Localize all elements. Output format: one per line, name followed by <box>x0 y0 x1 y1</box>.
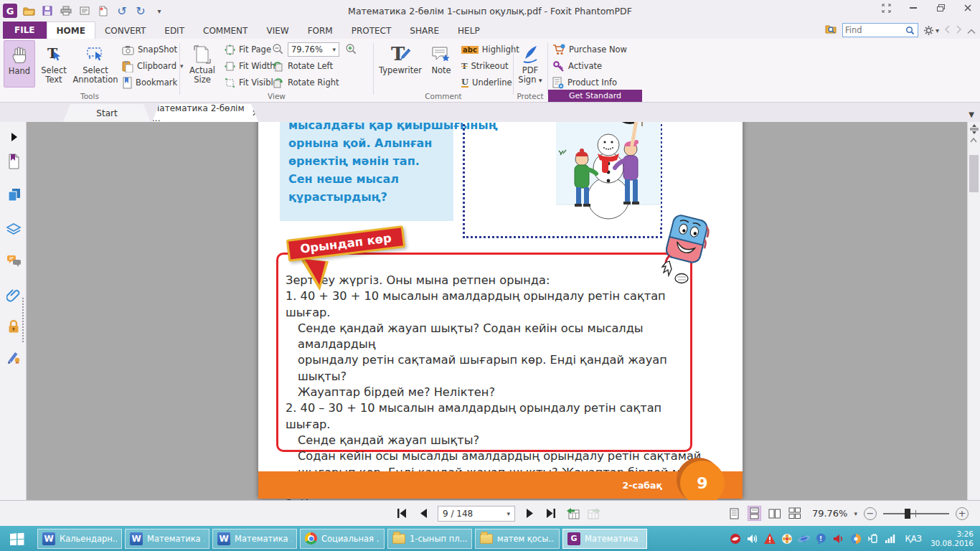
strikeout-button[interactable]: T Strikeout <box>461 59 508 73</box>
page-combo-caret-icon[interactable]: ▾ <box>507 510 510 517</box>
next-page-icon[interactable] <box>522 507 537 521</box>
find-input[interactable] <box>845 25 905 35</box>
tab-help[interactable]: HELP <box>448 22 489 39</box>
note-button[interactable]: Note <box>425 40 457 88</box>
zoom-out-button[interactable]: − <box>864 507 877 520</box>
document-view[interactable]: мысалдағы қар қиыршығының орнына қой. Ал… <box>27 122 967 500</box>
security-panel-icon[interactable] <box>6 319 22 334</box>
previous-page-icon[interactable] <box>416 507 430 521</box>
document-icon[interactable] <box>77 4 92 18</box>
activate-button[interactable]: Activate <box>552 59 602 73</box>
taskbar-button-word-1[interactable]: W Кальендарн... <box>37 529 122 549</box>
comments-panel-icon[interactable] <box>6 253 22 269</box>
facing-layout-icon[interactable] <box>768 506 781 521</box>
find-options-gear-icon[interactable]: ▾ <box>923 25 939 36</box>
language-indicator[interactable]: ҚАЗ <box>905 534 921 544</box>
snapshot-button[interactable]: SnapShot <box>122 42 177 57</box>
underline-button[interactable]: U Underline <box>461 75 512 90</box>
purchase-now-button[interactable]: Purchase Now <box>552 42 627 57</box>
sphere-icon[interactable] <box>849 532 862 545</box>
taskbar-button-folder-1[interactable]: 1-сынып пл... <box>387 529 472 549</box>
find-next-icon[interactable] <box>956 25 962 36</box>
continuous-facing-layout-icon[interactable] <box>788 506 801 521</box>
product-info-button[interactable]: Product Info <box>552 75 617 90</box>
taskbar-button-word-2[interactable]: W Математика ... <box>125 529 209 549</box>
restore-icon[interactable] <box>933 1 948 14</box>
typewriter-button[interactable]: T Typewriter <box>378 40 423 88</box>
doc-tab-start[interactable]: Start <box>63 104 151 122</box>
redo-icon[interactable]: ↻ <box>133 4 148 18</box>
tab-list-caret-icon[interactable]: ▼ <box>969 110 974 118</box>
tab-comment[interactable]: COMMENT <box>194 22 257 39</box>
horn-speaker-icon[interactable] <box>832 532 844 545</box>
tab-edit[interactable]: EDIT <box>155 22 194 39</box>
zoom-combo-caret-icon[interactable]: ▾ <box>332 46 336 53</box>
rotate-right-button[interactable]: Rotate Right <box>272 75 339 90</box>
next-view-icon[interactable] <box>587 507 601 521</box>
taskbar-button-word-3[interactable]: W Математика ... <box>212 529 297 549</box>
fit-visible-button[interactable]: Fit Visible <box>225 75 278 90</box>
page-number-combo[interactable]: 9 / 148 ▾ <box>438 506 515 522</box>
vertical-scrollbar[interactable] <box>967 122 980 500</box>
hand-tool-button[interactable]: Hand <box>4 40 35 88</box>
tab-home[interactable]: HOME <box>47 22 95 39</box>
power-plug-icon[interactable] <box>867 532 879 545</box>
customize-toolbar-caret-icon[interactable]: ▾ <box>152 4 166 18</box>
split-view-handle-icon[interactable] <box>969 124 979 134</box>
find-in-files-icon[interactable] <box>825 24 837 37</box>
tab-form[interactable]: FORM <box>298 22 342 39</box>
signatures-panel-icon[interactable] <box>6 349 22 364</box>
zoom-slider[interactable] <box>883 507 949 521</box>
network-signal-icon[interactable] <box>884 532 896 545</box>
last-page-icon[interactable] <box>544 507 558 521</box>
clipboard-button[interactable]: Clipboard ▾ <box>122 59 183 73</box>
select-annotation-button[interactable]: Select Annotation <box>72 40 119 88</box>
expand-panel-arrow-icon[interactable] <box>6 129 22 145</box>
taskbar-button-chrome[interactable]: Социальная ... <box>300 529 385 549</box>
zoom-out-icon[interactable] <box>272 43 284 58</box>
pdf-sign-button[interactable]: PDF Sign ▾ <box>514 40 546 90</box>
highlight-button[interactable]: abc Highlight <box>461 42 519 57</box>
undo-icon[interactable]: ↺ <box>115 4 129 18</box>
start-button[interactable] <box>0 526 34 551</box>
layers-panel-icon[interactable] <box>6 220 22 236</box>
flower-icon[interactable] <box>781 532 793 545</box>
tab-share[interactable]: SHARE <box>400 22 448 39</box>
zoom-slider-thumb[interactable] <box>905 509 910 519</box>
doc-tab-matematika[interactable]: Математика 2-бөлім ... <box>152 104 258 122</box>
search-icon[interactable] <box>905 26 915 35</box>
tab-protect[interactable]: PROTECT <box>342 22 401 39</box>
open-icon[interactable] <box>22 4 36 18</box>
fit-width-button[interactable]: Fit Width <box>225 59 275 73</box>
select-text-button[interactable]: T Select Text <box>37 40 70 88</box>
rotate-left-button[interactable]: Rotate Left <box>272 59 333 73</box>
close-tab-icon[interactable] <box>253 110 258 116</box>
tab-file[interactable]: FILE <box>3 22 47 39</box>
single-page-layout-icon[interactable] <box>727 506 741 521</box>
sidebar-drag-handle[interactable] <box>22 298 24 342</box>
previous-view-icon[interactable] <box>565 507 580 521</box>
print-icon[interactable] <box>59 4 73 18</box>
statusbar-zoom-value[interactable]: 79.76% <box>812 508 848 519</box>
statusbar-zoom-caret-icon[interactable]: ▾ <box>854 510 857 517</box>
app-logo-icon[interactable]: G <box>3 4 17 18</box>
fit-page-button[interactable]: Fit Page <box>225 42 271 57</box>
zoom-in-button[interactable]: + <box>956 507 969 520</box>
bookmark-button[interactable]: Bookmark <box>122 75 177 90</box>
save-icon[interactable] <box>40 4 55 18</box>
bookmarks-panel-icon[interactable] <box>6 154 22 169</box>
continuous-layout-icon[interactable] <box>748 506 761 521</box>
collapse-ribbon-icon[interactable] <box>967 24 976 37</box>
find-previous-icon[interactable] <box>944 25 951 36</box>
taskbar-button-folder-2[interactable]: матем қосы... <box>475 529 560 549</box>
tab-convert[interactable]: CONVERT <box>95 22 155 39</box>
planet-icon[interactable] <box>798 532 810 545</box>
notification-balloon-icon[interactable]: ! <box>815 532 827 545</box>
zoom-in-icon[interactable] <box>345 43 357 58</box>
speaker-icon[interactable] <box>746 532 758 545</box>
actual-size-button[interactable]: Actual Size <box>185 40 220 88</box>
minimize-icon[interactable] <box>905 1 921 14</box>
pages-panel-icon[interactable] <box>6 187 22 202</box>
zoom-level-combo[interactable]: 79.76% ▾ <box>288 42 339 57</box>
first-page-icon[interactable] <box>395 507 409 521</box>
